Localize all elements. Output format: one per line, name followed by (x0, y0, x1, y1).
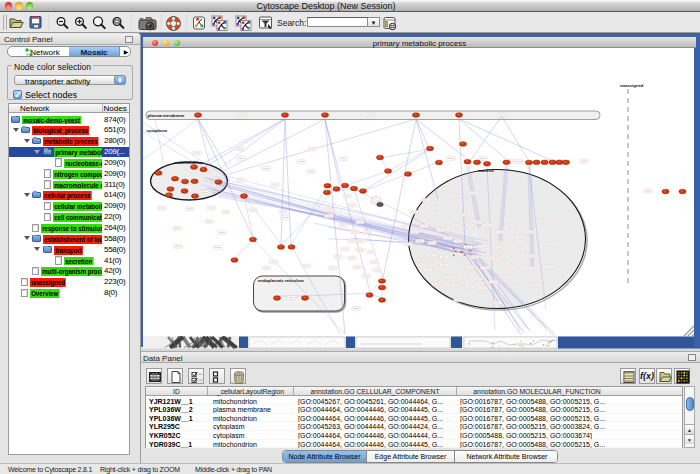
svg-text:mitochondrion: mitochondrion (174, 160, 204, 165)
svg-text:plasma membrane: plasma membrane (148, 113, 185, 118)
svg-text:nucleus: nucleus (478, 168, 494, 173)
svg-text:cytoplasm: cytoplasm (147, 128, 168, 133)
svg-text:unassigned: unassigned (620, 83, 644, 88)
svg-text:endoplasmic reticulum: endoplasmic reticulum (258, 278, 304, 283)
